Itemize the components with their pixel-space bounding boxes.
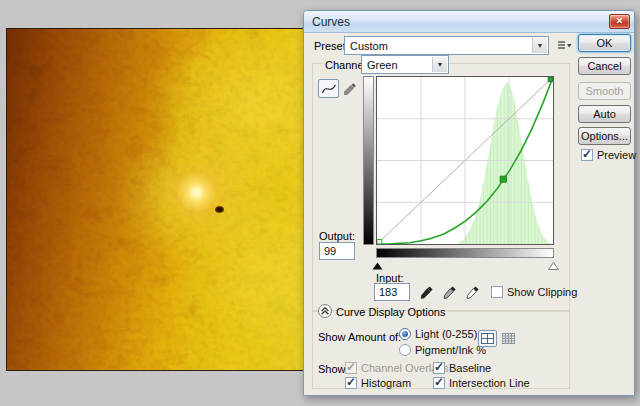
output-label: Output: — [319, 230, 355, 242]
detailed-grid-button[interactable] — [500, 331, 517, 346]
preset-dropdown[interactable]: Custom ▼ — [344, 36, 549, 55]
radio-light-label: Light (0-255) — [415, 328, 477, 340]
radio-pigment-label: Pigment/Ink % — [415, 344, 486, 356]
histogram-checkbox[interactable]: Histogram — [345, 377, 411, 389]
radio-light[interactable]: Light (0-255) — [399, 328, 477, 340]
show-clipping-checkbox[interactable]: Show Clipping — [491, 286, 577, 298]
groupbox-line — [448, 311, 570, 312]
dialog-title: Curves — [312, 15, 350, 29]
eyedropper-black-icon — [419, 284, 435, 300]
radio-circle — [399, 344, 411, 356]
chevron-down-icon: ▼ — [532, 38, 547, 53]
output-value: 99 — [324, 245, 336, 257]
dialog-titlebar[interactable]: Curves — [304, 11, 634, 33]
radio-pigment-ink[interactable]: Pigment/Ink % — [399, 344, 486, 356]
show-amount-label: Show Amount of: — [318, 331, 401, 343]
preset-value: Custom — [350, 40, 388, 52]
close-button[interactable]: ✕ — [609, 14, 630, 29]
options-button[interactable]: Options... — [578, 127, 631, 145]
checkbox-box — [345, 362, 357, 374]
show-label: Show: — [318, 363, 349, 375]
black-point-eyedropper-button[interactable] — [419, 283, 435, 300]
output-gradient-bar — [363, 76, 374, 245]
intersection-line-checkbox[interactable]: Intersection Line — [433, 377, 530, 389]
eyedropper-gray-icon — [442, 284, 458, 300]
checkbox-box — [581, 149, 593, 161]
auto-button[interactable]: Auto — [578, 105, 631, 123]
input-field[interactable]: 183 — [374, 283, 410, 301]
curves-dialog: Curves ✕ Preset: Custom ▼ OK Cancel Smoo… — [303, 10, 635, 396]
chevron-down-icon: ▼ — [432, 57, 447, 72]
document-canvas-solar-image[interactable] — [6, 28, 304, 371]
preset-menu-button[interactable] — [555, 38, 573, 52]
detailed-grid-icon — [502, 333, 515, 344]
input-value: 183 — [379, 286, 397, 298]
curve-plot[interactable] — [376, 76, 554, 245]
simple-grid-button[interactable] — [478, 330, 497, 347]
channel-value: Green — [367, 59, 398, 71]
intersection-line-label: Intersection Line — [449, 377, 530, 389]
baseline-checkbox[interactable]: Baseline — [433, 362, 491, 374]
histogram-label: Histogram — [361, 377, 411, 389]
display-options-header: Curve Display Options — [336, 306, 445, 318]
checkbox-box — [433, 377, 445, 389]
checkbox-box — [433, 362, 445, 374]
black-point-slider[interactable] — [372, 260, 383, 272]
input-gradient-bar — [376, 248, 554, 258]
pencil-icon — [343, 81, 358, 96]
checkbox-box — [345, 377, 357, 389]
eyedropper-white-icon — [465, 284, 481, 300]
white-point-slider[interactable] — [548, 260, 559, 272]
collapse-section-button[interactable] — [318, 304, 332, 318]
preview-label: Preview — [597, 149, 636, 161]
list-menu-icon — [556, 39, 572, 52]
preview-checkbox[interactable]: Preview — [581, 149, 636, 161]
double-chevron-up-icon — [320, 306, 330, 316]
gray-point-eyedropper-button[interactable] — [442, 283, 458, 300]
radio-circle — [399, 328, 411, 340]
output-field[interactable]: 99 — [319, 242, 355, 260]
checkbox-box — [491, 286, 503, 298]
ok-button[interactable]: OK — [578, 34, 631, 52]
simple-grid-icon — [481, 333, 494, 344]
smooth-button[interactable]: Smooth — [578, 82, 631, 100]
channel-dropdown[interactable]: Green ▼ — [361, 55, 449, 74]
curve-icon — [321, 82, 337, 95]
photoshop-workspace: Curves ✕ Preset: Custom ▼ OK Cancel Smoo… — [0, 0, 640, 406]
green-channel-histogram — [457, 82, 552, 244]
pencil-tool-button[interactable] — [342, 80, 358, 97]
cancel-button[interactable]: Cancel — [578, 57, 631, 75]
white-point-eyedropper-button[interactable] — [465, 283, 481, 300]
show-clipping-label: Show Clipping — [507, 286, 577, 298]
baseline-label: Baseline — [449, 362, 491, 374]
point-curve-tool-button[interactable] — [318, 79, 339, 98]
solar-active-region-flare — [7, 29, 303, 370]
